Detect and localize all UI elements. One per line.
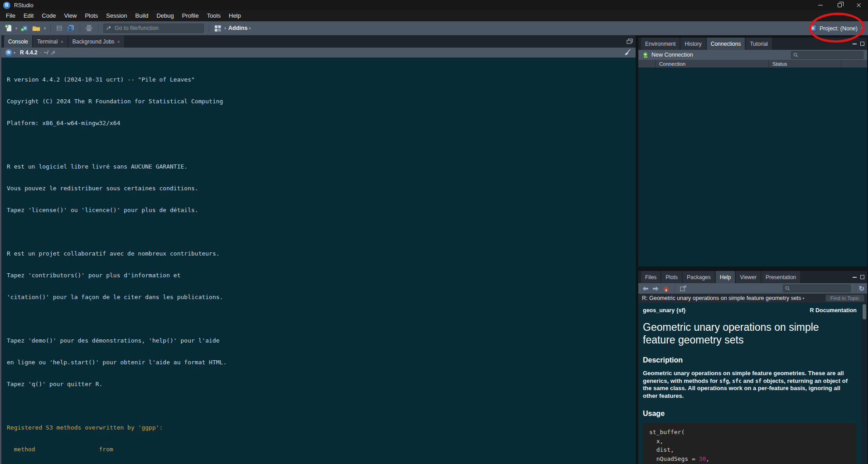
new-connection-button[interactable]: New Connection	[642, 52, 693, 58]
save-button[interactable]	[56, 24, 63, 32]
clear-console-button[interactable]	[624, 49, 631, 56]
goto-file-function-input[interactable]: Go to file/function	[103, 24, 204, 33]
menu-file[interactable]: File	[2, 10, 19, 21]
print-button[interactable]	[85, 24, 93, 32]
panes-caret-icon[interactable]: ▾	[224, 26, 226, 30]
tab-background-jobs[interactable]: Background Jobs ×	[68, 35, 124, 48]
tab-packages[interactable]: Packages	[683, 271, 715, 283]
tab-help[interactable]: Help	[716, 271, 735, 283]
tab-viewer-label: Viewer	[740, 274, 756, 280]
open-file-button[interactable]	[32, 24, 41, 32]
help-topic-title[interactable]: R: Geometric unary operations on simple …	[642, 295, 801, 301]
menu-build[interactable]: Build	[131, 10, 153, 21]
console-line: Copyright (C) 2024 The R Foundation for …	[7, 98, 636, 105]
menu-debug[interactable]: Debug	[152, 10, 178, 21]
tab-files[interactable]: Files	[641, 271, 661, 283]
tab-history[interactable]: History	[680, 38, 705, 50]
menu-session[interactable]: Session	[102, 10, 131, 21]
help-search-input[interactable]	[783, 285, 851, 292]
tab-close-icon[interactable]: ×	[60, 39, 63, 44]
desc-text: ,	[729, 377, 732, 384]
tab-plots-label: Plots	[665, 274, 678, 280]
panes-layout-button[interactable]	[214, 25, 221, 32]
code-line: x,	[649, 437, 849, 446]
maximize-button[interactable]	[830, 0, 849, 10]
project-menu-button[interactable]: R Project: (None) ▾	[810, 21, 864, 35]
menu-view[interactable]: View	[60, 10, 81, 21]
help-forward-button[interactable]	[652, 286, 659, 291]
connections-col-connection[interactable]: Connection	[656, 60, 769, 68]
topic-caret-icon[interactable]: ▾	[803, 296, 805, 300]
goto-arrow-icon	[106, 25, 112, 31]
panes-grid-icon	[214, 25, 221, 32]
tab-terminal[interactable]: Terminal ×	[33, 35, 68, 48]
forward-arrow-icon	[652, 286, 659, 291]
connections-list-empty	[638, 68, 867, 266]
tab-close-icon[interactable]: ×	[117, 39, 120, 44]
new-file-button[interactable]	[5, 24, 12, 32]
restore-panes-button[interactable]	[627, 39, 633, 44]
doc-usage-heading: Usage	[643, 410, 857, 418]
search-icon	[785, 286, 790, 291]
tab-tutorial[interactable]: Tutorial	[746, 38, 772, 50]
usage-code-block: st_buffer( x, dist, nQuadSegs = 30, endC…	[643, 423, 856, 464]
console-header: R ▾ R 4.4.2 · ~/	[1, 48, 636, 58]
tab-history-label: History	[685, 41, 701, 47]
minimize-pane-icon[interactable]	[853, 277, 857, 278]
refresh-help-button[interactable]: ↻	[858, 285, 864, 293]
tab-plots[interactable]: Plots	[661, 271, 682, 283]
tab-console-label: Console	[8, 39, 28, 45]
help-document[interactable]: geos_unary {sf} R Documentation Geometri…	[638, 303, 867, 464]
help-scrollbar[interactable]	[862, 303, 867, 464]
tab-console[interactable]: Console	[4, 35, 32, 48]
console-line: Tapez 'demo()' pour des démonstrations, …	[7, 337, 636, 344]
maximize-pane-icon[interactable]	[860, 275, 864, 279]
menu-edit[interactable]: Edit	[19, 10, 38, 21]
window-title: RStudio	[14, 2, 34, 9]
menu-code[interactable]: Code	[38, 10, 60, 21]
environment-tabstrip: Environment History Connections Tutorial	[638, 38, 867, 50]
addins-caret-icon[interactable]: ▾	[249, 26, 251, 30]
toolbar-separator	[856, 284, 856, 293]
console-line	[7, 141, 636, 149]
addins-button[interactable]: Addins	[228, 25, 247, 31]
help-home-button[interactable]	[663, 285, 670, 292]
new-file-caret-icon[interactable]: ▾	[15, 26, 17, 30]
connections-col-status[interactable]: Status	[769, 60, 841, 68]
r-version-icon[interactable]: R	[5, 49, 12, 56]
broom-icon	[624, 49, 631, 56]
save-icon	[56, 24, 63, 32]
connections-col-blank	[638, 60, 656, 68]
r-logo-icon: R	[3, 2, 10, 9]
help-show-in-new-window-button[interactable]	[680, 285, 686, 291]
menu-help[interactable]: Help	[225, 10, 245, 21]
console-output[interactable]: R version 4.4.2 (2024-10-31 ucrt) -- "Pi…	[1, 58, 636, 464]
help-pane: Files Plots Packages Help Viewer Present…	[638, 271, 867, 464]
menu-tools[interactable]: Tools	[203, 10, 225, 21]
menu-plots[interactable]: Plots	[81, 10, 102, 21]
minimize-pane-icon[interactable]	[853, 44, 857, 44]
connections-search-input[interactable]	[791, 51, 863, 59]
tab-viewer[interactable]: Viewer	[736, 271, 760, 283]
maximize-pane-icon[interactable]	[860, 42, 864, 46]
close-button[interactable]	[849, 0, 868, 10]
save-all-button[interactable]	[67, 24, 75, 32]
r-version-caret-icon[interactable]: ▾	[14, 51, 15, 55]
tab-environment-label: Environment	[645, 41, 675, 47]
goto-working-dir-button[interactable]	[51, 50, 57, 55]
new-project-button[interactable]: R	[20, 24, 29, 32]
help-back-button[interactable]	[642, 286, 649, 291]
tab-connections[interactable]: Connections	[707, 38, 745, 50]
console-line: Tapez 'q()' pour quitter R.	[7, 381, 636, 388]
menu-profile[interactable]: Profile	[178, 10, 203, 21]
toolbar-separator	[80, 24, 80, 33]
doc-symbol: geos_unary {sf}	[643, 307, 685, 314]
minimize-button[interactable]	[811, 0, 830, 10]
find-in-topic-button[interactable]: Find in Topic	[825, 295, 864, 302]
open-file-caret-icon[interactable]: ▾	[44, 26, 46, 30]
help-scrollbar-thumb[interactable]	[863, 304, 866, 319]
tab-presentation[interactable]: Presentation	[762, 271, 800, 283]
tab-environment[interactable]: Environment	[641, 38, 680, 50]
tab-background-jobs-label: Background Jobs	[72, 39, 115, 45]
new-project-icon: R	[20, 24, 29, 32]
